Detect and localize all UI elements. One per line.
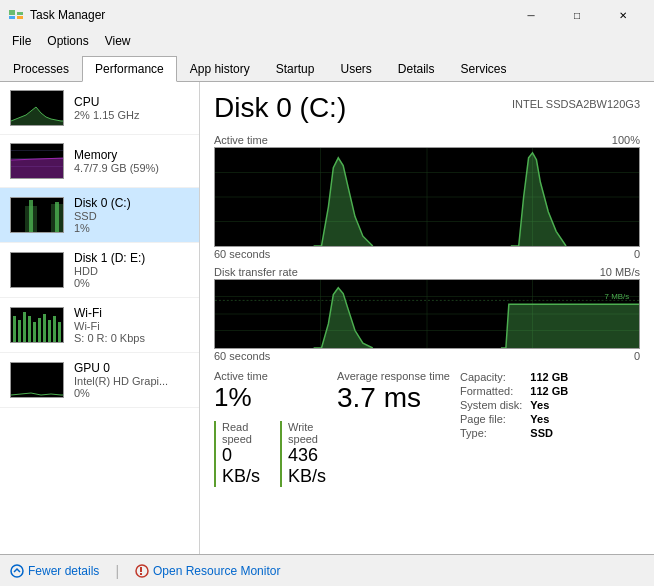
svg-marker-9 <box>11 158 64 178</box>
sidebar-item-cpu[interactable]: CPU 2% 1.15 GHz <box>0 82 199 135</box>
read-speed: Read speed 0 KB/s <box>214 421 260 487</box>
chart2-label: Disk transfer rate <box>214 266 298 278</box>
open-resource-monitor-label: Open Resource Monitor <box>153 564 280 578</box>
page-file-row: Page file: Yes <box>460 412 576 426</box>
minimize-button[interactable]: ─ <box>508 0 554 30</box>
tab-users[interactable]: Users <box>327 55 384 81</box>
tab-performance[interactable]: Performance <box>82 56 177 82</box>
chart2-max-label: 10 MB/s <box>600 266 640 278</box>
disk0-mini-chart <box>10 197 64 233</box>
cpu-mini-chart <box>10 90 64 126</box>
disk-info-col: Capacity: 112 GB Formatted: 112 GB Syste… <box>460 370 640 487</box>
formatted-value: 112 GB <box>530 384 576 398</box>
tab-bar: Processes Performance App history Startu… <box>0 52 654 82</box>
app-title: Task Manager <box>30 8 105 22</box>
chart2-label-row: Disk transfer rate 10 MB/s <box>214 266 640 278</box>
capacity-value: 112 GB <box>530 370 576 384</box>
disk1-type: HDD <box>74 265 189 277</box>
svg-rect-17 <box>13 316 16 342</box>
capacity-row: Capacity: 112 GB <box>460 370 576 384</box>
svg-rect-48 <box>140 567 142 572</box>
svg-marker-44 <box>501 304 639 348</box>
resource-monitor-icon <box>135 564 149 578</box>
menu-options[interactable]: Options <box>39 32 96 50</box>
chart1-label: Active time <box>214 134 268 146</box>
transfer-rate-chart-section: Disk transfer rate 10 MB/s <box>214 266 640 362</box>
avg-response-value: 3.7 ms <box>337 382 450 414</box>
disk0-name: Disk 0 (C:) <box>74 196 189 210</box>
tab-app-history[interactable]: App history <box>177 55 263 81</box>
separator: | <box>115 563 119 579</box>
svg-rect-20 <box>28 316 31 342</box>
svg-rect-49 <box>140 573 142 575</box>
disk1-mini-chart <box>10 252 64 288</box>
svg-rect-23 <box>43 314 46 342</box>
wifi-pct: S: 0 R: 0 Kbps <box>74 332 189 344</box>
memory-sub: 4.7/7.9 GB (59%) <box>74 162 189 174</box>
active-time-label: Active time <box>214 370 327 382</box>
gpu0-pct: 0% <box>74 387 189 399</box>
disk0-info: Disk 0 (C:) SSD 1% <box>74 196 189 234</box>
svg-rect-21 <box>33 322 36 342</box>
gpu0-mini-chart <box>10 362 64 398</box>
chart2-time-label: 60 seconds <box>214 350 270 362</box>
capacity-label: Capacity: <box>460 370 530 384</box>
stats-section: Active time 1% Read speed 0 KB/s Write s… <box>214 370 640 487</box>
tab-processes[interactable]: Processes <box>0 55 82 81</box>
memory-mini-chart <box>10 143 64 179</box>
formatted-label: Formatted: <box>460 384 530 398</box>
sidebar-item-disk0[interactable]: Disk 0 (C:) SSD 1% <box>0 188 199 243</box>
svg-rect-27 <box>11 362 64 397</box>
wifi-name: Wi-Fi <box>74 306 189 320</box>
active-time-chart-section: Active time 100% <box>214 134 640 260</box>
fewer-details-label: Fewer details <box>28 564 99 578</box>
memory-info: Memory 4.7/7.9 GB (59%) <box>74 148 189 174</box>
svg-rect-19 <box>23 312 26 342</box>
svg-marker-13 <box>25 206 37 232</box>
sidebar-item-gpu0[interactable]: GPU 0 Intel(R) HD Grapi... 0% <box>0 353 199 408</box>
sidebar-item-disk1[interactable]: Disk 1 (D: E:) HDD 0% <box>0 243 199 298</box>
type-row: Type: SSD <box>460 426 576 440</box>
cpu-sub: 2% 1.15 GHz <box>74 109 189 121</box>
menu-bar: File Options View <box>0 30 654 52</box>
menu-view[interactable]: View <box>97 32 139 50</box>
page-file-value: Yes <box>530 412 576 426</box>
tab-services[interactable]: Services <box>448 55 520 81</box>
disk-info-table: Capacity: 112 GB Formatted: 112 GB Syste… <box>460 370 576 440</box>
read-speed-value: 0 KB/s <box>222 445 260 487</box>
tab-startup[interactable]: Startup <box>263 55 328 81</box>
sidebar-item-wifi[interactable]: Wi-Fi Wi-Fi S: 0 R: 0 Kbps <box>0 298 199 353</box>
menu-file[interactable]: File <box>4 32 39 50</box>
formatted-row: Formatted: 112 GB <box>460 384 576 398</box>
page-file-label: Page file: <box>460 412 530 426</box>
left-panel: CPU 2% 1.15 GHz Memory 4.7/7.9 GB (59%) <box>0 82 200 554</box>
avg-response-label: Average response time <box>337 370 450 382</box>
open-resource-monitor-link[interactable]: Open Resource Monitor <box>135 564 280 578</box>
cpu-name: CPU <box>74 95 189 109</box>
write-speed-label: Write speed <box>288 421 327 445</box>
read-speed-label: Read speed <box>222 421 260 445</box>
active-time-chart <box>214 147 640 247</box>
maximize-button[interactable]: □ <box>554 0 600 30</box>
chart2-zero-label: 0 <box>634 350 640 362</box>
disk1-info: Disk 1 (D: E:) HDD 0% <box>74 251 189 289</box>
chart1-time-label: 60 seconds <box>214 248 270 260</box>
fewer-details-link[interactable]: Fewer details <box>10 564 99 578</box>
svg-rect-0 <box>9 10 15 15</box>
gpu0-info: GPU 0 Intel(R) HD Grapi... 0% <box>74 361 189 399</box>
disk-header: Disk 0 (C:) INTEL SSDSA2BW120G3 <box>214 92 640 124</box>
disk0-pct: 1% <box>74 222 189 234</box>
chart1-max-label: 100% <box>612 134 640 146</box>
disk-model: INTEL SSDSA2BW120G3 <box>512 98 640 110</box>
disk0-type: SSD <box>74 210 189 222</box>
svg-rect-24 <box>48 320 51 342</box>
close-button[interactable]: ✕ <box>600 0 646 30</box>
svg-rect-15 <box>11 252 64 287</box>
speed-row: Read speed 0 KB/s Write speed 436 KB/s <box>214 421 327 487</box>
tab-details[interactable]: Details <box>385 55 448 81</box>
svg-rect-18 <box>18 320 21 342</box>
sidebar-item-memory[interactable]: Memory 4.7/7.9 GB (59%) <box>0 135 199 188</box>
chart2-time-row: 60 seconds 0 <box>214 350 640 362</box>
svg-rect-26 <box>58 322 61 342</box>
svg-marker-14 <box>51 204 63 232</box>
